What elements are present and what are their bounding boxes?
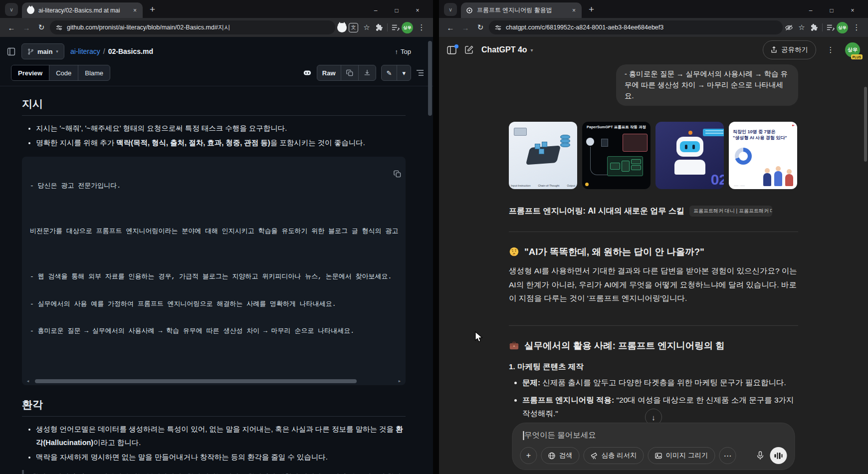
edit-pencil-button[interactable]: ✎: [382, 65, 397, 80]
eye-off-icon[interactable]: [785, 24, 793, 31]
attach-button[interactable]: +: [520, 447, 537, 464]
new-tab-button[interactable]: +: [589, 4, 594, 15]
raw-button[interactable]: Raw: [317, 65, 341, 80]
thumbnail-papersumgpt-flow[interactable]: PaperSumGPT 프롬프트 작동 과정: [582, 122, 651, 189]
tab-close-icon[interactable]: ×: [132, 7, 138, 14]
down-arrow-icon: ↓: [651, 413, 655, 422]
outline-icon[interactable]: [416, 69, 424, 76]
bookmark-star-icon[interactable]: ☆: [795, 23, 808, 32]
horizontal-scrollbar[interactable]: ◀ ▶: [27, 379, 401, 384]
maximize-button[interactable]: □: [386, 7, 407, 14]
chatgpt-browser-window: ∨ 프롬프트 엔지니어링 활용법 × + – □ × ← → ↻: [439, 0, 868, 474]
reading-list-icon[interactable]: [827, 24, 835, 31]
thumbnail-robot[interactable]: 02: [655, 122, 724, 189]
address-bar[interactable]: chatgpt.com/c/6819952c-a824-8001-aeb3-84…: [489, 20, 783, 34]
reload-button[interactable]: ↻: [474, 23, 487, 32]
edit-caret-button[interactable]: ▾: [397, 65, 411, 80]
scrollbar-thumb[interactable]: [35, 379, 357, 383]
github-page: main ▾ ai-literacy / 02-Basics.md ↑ Top …: [0, 37, 433, 474]
conversation-menu-icon[interactable]: ⋮: [824, 45, 837, 54]
thinking-face-emoji: [509, 246, 519, 257]
create-image-button[interactable]: 이미지 그리기: [648, 447, 715, 464]
account-avatar[interactable]: 상우 PLUS: [845, 42, 860, 57]
translate-icon[interactable]: 文: [349, 23, 358, 32]
message-composer[interactable]: 무엇이든 물어보세요 + 검색 심층 리서치: [513, 423, 795, 470]
minimize-button[interactable]: –: [800, 7, 821, 14]
list-item: 맥락을 자세하게 명시하면 없는 말을 만들어내거나 창작하는 등의 환각을 줄…: [36, 451, 406, 464]
branch-selector[interactable]: main ▾: [21, 43, 64, 59]
tab-search-button[interactable]: ∨: [5, 3, 18, 16]
copy-code-icon[interactable]: [347, 161, 401, 190]
github-octocat-icon[interactable]: [337, 23, 347, 32]
browser-toolbar: ← → ↻ github.com/pronist/ai-literacy/blo…: [0, 18, 433, 37]
forward-button[interactable]: →: [459, 23, 472, 32]
browser-toolbar: ← → ↻ chatgpt.com/c/6819952c-a824-8001-a…: [439, 18, 868, 37]
back-to-top-link[interactable]: ↑ Top: [395, 48, 411, 55]
extensions-puzzle-icon[interactable]: [375, 23, 383, 31]
assistant-heading-2: 실무에서의 활용 사례: 프롬프트 엔지니어링의 힘: [509, 339, 798, 352]
new-tab-button[interactable]: +: [150, 4, 155, 15]
reading-list-icon[interactable]: [392, 24, 400, 31]
tab-search-button[interactable]: ∨: [444, 3, 457, 16]
window-gap: [433, 0, 439, 474]
profile-avatar[interactable]: 상우: [837, 22, 848, 33]
back-button[interactable]: ←: [444, 23, 457, 32]
chevron-down-icon: ▾: [531, 47, 533, 53]
tab-preview[interactable]: Preview: [11, 65, 49, 80]
window-controls: – □ ×: [365, 7, 428, 14]
source-badge[interactable]: 프롬프트해커 대니 | 프롬프트해커 대니: [689, 206, 772, 217]
microphone-icon[interactable]: [757, 451, 764, 460]
jisi-list: 지시는 '~해줘', '~해주세요' 형태의 요청으로써 특정 태스크 수행을 …: [22, 122, 406, 150]
github-browser-window: ∨ ai-literacy/02-Basics.md at mai × + – …: [0, 0, 433, 474]
tab-title: 프롬프트 엔지니어링 활용법: [477, 6, 567, 14]
thumbnail-survey-infographic[interactable]: ■▪ 직장인 10명 중 7명은 "생성형 AI 사용 경험 있다": [729, 122, 797, 189]
share-button[interactable]: 공유하기: [763, 40, 816, 59]
reload-button[interactable]: ↻: [35, 23, 48, 32]
toolbar-divider: [387, 23, 388, 31]
site-info-icon[interactable]: [495, 24, 501, 31]
new-chat-icon[interactable]: [464, 45, 473, 54]
telescope-icon: [591, 452, 598, 460]
tab-github[interactable]: ai-literacy/02-Basics.md at mai ×: [22, 2, 143, 18]
tab-code[interactable]: Code: [49, 65, 78, 80]
close-button[interactable]: ×: [407, 7, 428, 14]
close-button[interactable]: ×: [842, 7, 863, 14]
more-tools-button[interactable]: ⋯: [719, 447, 736, 464]
scroll-left-icon[interactable]: ◀: [27, 380, 29, 383]
copilot-icon[interactable]: [303, 69, 312, 77]
page-scrollbar[interactable]: [864, 87, 867, 162]
scroll-right-icon[interactable]: ▶: [399, 380, 401, 383]
browser-menu-icon[interactable]: ⋮: [850, 23, 863, 32]
address-bar[interactable]: github.com/pronist/ai-literacy/blob/main…: [50, 20, 335, 34]
page-scrollbar[interactable]: [428, 41, 432, 116]
profile-avatar[interactable]: 상우: [402, 22, 413, 33]
code-block-ad-prompt: - 당신은 광고 전문가입니다. 비전문가를 대상으로 프롬프트 엔지니어링이라…: [22, 157, 406, 385]
plus-badge: PLUS: [851, 54, 863, 59]
tab-chatgpt[interactable]: 프롬프트 엔지니어링 활용법 ×: [461, 2, 582, 18]
tab-close-icon[interactable]: ×: [571, 7, 577, 14]
copy-raw-button[interactable]: [341, 65, 358, 80]
citation-title[interactable]: 프롬프트 엔지니어링: AI 시대의 새로운 업무 스킬: [509, 206, 684, 217]
window-controls: – □ ×: [800, 7, 863, 14]
model-selector[interactable]: ChatGPT 4o ▾: [481, 45, 533, 54]
voice-mode-button[interactable]: [770, 447, 787, 464]
download-button[interactable]: [358, 65, 376, 80]
side-panel-icon[interactable]: [7, 47, 15, 56]
maximize-button[interactable]: □: [821, 7, 842, 14]
browser-menu-icon[interactable]: ⋮: [415, 23, 428, 32]
breadcrumb-repo-link[interactable]: ai-literacy: [70, 47, 100, 55]
deep-research-button[interactable]: 심층 리서치: [584, 447, 644, 464]
view-switcher: Preview Code Blame: [11, 65, 110, 81]
site-info-icon[interactable]: [56, 24, 62, 31]
back-button[interactable]: ←: [5, 23, 18, 32]
minimize-button[interactable]: –: [365, 7, 386, 14]
github-favicon: [27, 6, 34, 14]
composer-input[interactable]: 무엇이든 물어보세요: [520, 430, 787, 447]
extensions-puzzle-icon[interactable]: [810, 23, 818, 31]
tab-blame[interactable]: Blame: [78, 65, 110, 80]
search-tool-button[interactable]: 검색: [541, 447, 580, 464]
bookmark-star-icon[interactable]: ☆: [360, 23, 373, 32]
sidebar-toggle-icon[interactable]: [447, 46, 456, 54]
forward-button[interactable]: →: [20, 23, 33, 32]
thumbnail-prompt-diagram[interactable]: Input-Instruction Chain-of-Thought Outpu…: [509, 122, 577, 189]
